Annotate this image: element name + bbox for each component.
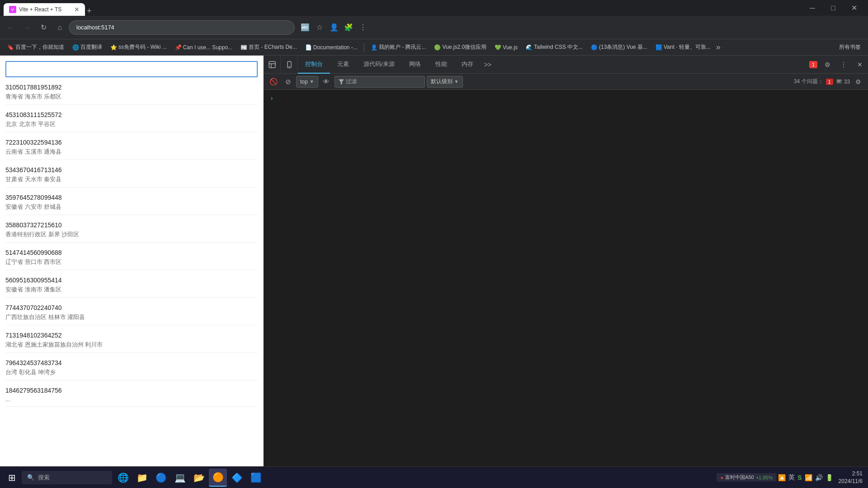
- bookmark-item-5[interactable]: 📄 Documentation -...: [302, 42, 361, 52]
- bookmarks-more-button[interactable]: »: [716, 42, 721, 52]
- all-bookmarks-button[interactable]: 所有书签: [835, 42, 864, 53]
- devtools-tab-5[interactable]: 内存: [454, 56, 481, 74]
- bookmark-icon[interactable]: ☆: [313, 21, 326, 34]
- input-method-icon[interactable]: 英: [788, 474, 795, 482]
- battery-icon[interactable]: 🔋: [826, 474, 833, 481]
- taskbar: ⊞ 🔍 搜索 🌐 📁 🔵 💻 📂 🟠 🔷 🟦 ● 富时中国A50 +1.85% …: [0, 466, 868, 488]
- close-button[interactable]: ✕: [844, 0, 864, 16]
- edge-button[interactable]: 🔵: [152, 469, 170, 487]
- console-settings-button[interactable]: ⚙: [852, 75, 864, 88]
- forward-button[interactable]: →: [20, 20, 34, 35]
- inspect-element-button[interactable]: [264, 56, 281, 74]
- devtools-tab-label-4: 性能: [435, 60, 447, 68]
- device-icon: [285, 61, 293, 69]
- active-tab[interactable]: V Vite + React + TS ✕: [4, 3, 85, 16]
- volume-icon[interactable]: 🔊: [815, 474, 823, 481]
- list-item: 3588037327215610 香港特别行政区 新界 沙田区: [5, 215, 258, 243]
- bookmark-label-7: Vue.js2.0微信应用: [442, 43, 486, 51]
- task-view-button[interactable]: 🌐: [114, 469, 132, 487]
- search-input[interactable]: [5, 61, 258, 77]
- data-list: 3105017881951892 青海省 海东市 乐都区 45310831115…: [0, 77, 263, 466]
- file-explorer-button[interactable]: 📁: [133, 469, 151, 487]
- bookmark-item-2[interactable]: ⭐ ss免费号码 - Wiki ...: [107, 42, 170, 53]
- bookmark-item-10[interactable]: 🔵 (13条消息) Vue 基...: [587, 42, 651, 53]
- user-icon[interactable]: 👤: [327, 21, 341, 34]
- bookmark-favicon-8: 💚: [495, 44, 501, 51]
- network-icon[interactable]: 📶: [805, 474, 812, 481]
- devtools-tab-label-3: 网络: [409, 60, 421, 68]
- bookmark-item-9[interactable]: 🌊 Tailwind CSS 中文...: [522, 42, 586, 53]
- tab-favicon: V: [9, 6, 16, 13]
- bookmark-item-8[interactable]: 💚 Vue.js: [491, 42, 521, 52]
- back-button[interactable]: ←: [4, 20, 18, 35]
- bookmark-item-4[interactable]: 📰 首页 - ECharts De...: [237, 42, 301, 53]
- console-filter-input[interactable]: 过滤: [335, 76, 425, 88]
- terminal-button[interactable]: 🟦: [247, 469, 265, 487]
- system-clock[interactable]: 2:51 2024/11/6: [839, 470, 863, 485]
- filter-icon: [339, 79, 344, 84]
- data-id-3: 5343670416713146: [5, 166, 258, 174]
- devtools-more-tabs-button[interactable]: >>: [481, 61, 495, 68]
- bookmark-item-1[interactable]: 🌐 百度翻译: [69, 42, 106, 53]
- console-clear-button[interactable]: 🚫: [267, 75, 280, 88]
- taskbar-search[interactable]: 🔍 搜索: [22, 471, 112, 484]
- filter-label: 过滤: [346, 78, 357, 85]
- translate-icon[interactable]: 🔤: [298, 21, 312, 34]
- device-mode-button[interactable]: [281, 56, 298, 74]
- bookmark-favicon-5: 📄: [305, 44, 311, 51]
- bookmark-item-0[interactable]: 🔖 百度一下，你就知道: [4, 42, 68, 53]
- folder-button[interactable]: 📂: [190, 469, 208, 487]
- list-item: 5609516300955414 安徽省 淮南市 潘集区: [5, 270, 258, 298]
- console-filter-button[interactable]: ⊘: [282, 75, 294, 88]
- error-badge: 1: [809, 61, 817, 68]
- devtools-tab-1[interactable]: 元素: [330, 56, 356, 74]
- data-id-10: 7964324537483734: [5, 359, 258, 366]
- devtools-tabs: 控制台 元素 源代码/来源 网络 性能 内存: [298, 56, 809, 74]
- list-item: 4531083111525572 北京 北京市 平谷区: [5, 105, 258, 132]
- svg-rect-0: [269, 61, 275, 68]
- vscode-button[interactable]: 🔷: [228, 469, 246, 487]
- vs-button[interactable]: 💻: [171, 469, 189, 487]
- devtools-settings-button[interactable]: ⚙: [819, 56, 835, 74]
- sogou-icon[interactable]: S: [797, 474, 802, 481]
- devtools-tab-4[interactable]: 性能: [428, 56, 454, 74]
- settings-icon[interactable]: ⋮: [356, 21, 370, 34]
- list-item: 1846279563184756 ...: [5, 380, 258, 407]
- devtools-tab-label-1: 元素: [337, 60, 349, 68]
- devtools-more-button[interactable]: ⋮: [835, 56, 852, 74]
- home-button[interactable]: ⌂: [52, 20, 67, 35]
- bookmark-item-7[interactable]: 🟢 Vue.js2.0微信应用: [430, 42, 490, 53]
- tab-title: Vite + React + TS: [19, 6, 71, 13]
- data-address-4: 安徽省 六安市 舒城县: [5, 203, 258, 211]
- extensions-icon[interactable]: 🧩: [342, 21, 355, 34]
- data-list-container: 3105017881951892 青海省 海东市 乐都区 45310831115…: [0, 77, 263, 466]
- address-input[interactable]: [69, 20, 295, 35]
- log-level-selector[interactable]: 默认级别 ▼: [427, 76, 463, 88]
- bookmark-item-6[interactable]: 👤 我的账户 - 腾讯云...: [367, 42, 430, 53]
- chevron-up-icon[interactable]: 🔼: [778, 474, 786, 481]
- minimize-button[interactable]: ─: [802, 0, 823, 16]
- bookmark-item-11[interactable]: 🟦 Vant · 轻量、可靠...: [652, 42, 714, 53]
- data-id-7: 5609516300955414: [5, 277, 258, 284]
- devtools-tab-2[interactable]: 源代码/来源: [356, 56, 402, 74]
- maximize-button[interactable]: □: [823, 0, 844, 16]
- stock-indicator[interactable]: ● 富时中国A50 +1.85%: [717, 473, 776, 482]
- devtools-tab-0[interactable]: 控制台: [298, 56, 330, 74]
- devtools-tab-label-5: 内存: [462, 60, 473, 68]
- chrome-button[interactable]: 🟠: [209, 469, 227, 487]
- bookmark-item-3[interactable]: 📌 Can I use... Suppo...: [171, 42, 236, 52]
- data-id-9: 7131948102364252: [5, 332, 258, 339]
- bookmark-label-2: ss免费号码 - Wiki ...: [118, 43, 167, 51]
- context-selector[interactable]: top ▼: [296, 76, 318, 88]
- devtools-tab-3[interactable]: 网络: [402, 56, 428, 74]
- start-button[interactable]: ⊞: [2, 468, 22, 488]
- data-address-0: 青海省 海东市 乐都区: [5, 93, 258, 101]
- eye-icon[interactable]: 👁: [320, 75, 333, 88]
- console-expand-button[interactable]: ›: [267, 94, 276, 103]
- new-tab-button[interactable]: +: [87, 6, 92, 16]
- devtools-close-button[interactable]: ✕: [852, 56, 868, 74]
- tab-close-button[interactable]: ✕: [74, 6, 80, 13]
- chat-icon: [836, 79, 842, 85]
- stock-name: 富时中国A50: [725, 474, 754, 481]
- reload-button[interactable]: ↻: [36, 20, 51, 35]
